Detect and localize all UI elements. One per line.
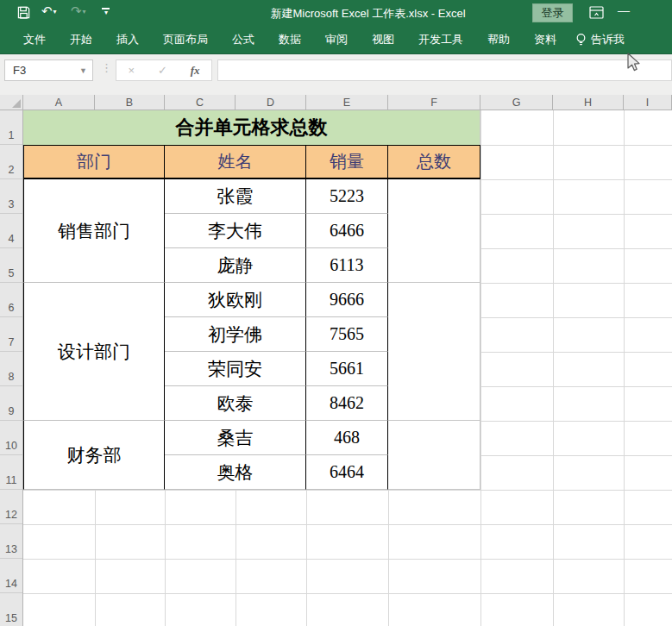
row-header-14[interactable]: 14 bbox=[0, 559, 22, 593]
cell-sales[interactable]: 9666 bbox=[306, 283, 388, 317]
save-icon[interactable] bbox=[17, 6, 30, 19]
column-header-A[interactable]: A bbox=[23, 95, 95, 110]
formula-input[interactable] bbox=[217, 59, 672, 81]
name-box-dropdown-icon[interactable]: ▼ bbox=[79, 66, 92, 75]
cell-sales[interactable]: 6113 bbox=[306, 248, 388, 283]
column-headers: ABCDEFGHI bbox=[23, 95, 672, 110]
column-header-C[interactable]: C bbox=[165, 95, 236, 110]
cell-header-sales[interactable]: 销量 bbox=[306, 145, 388, 179]
gridline bbox=[553, 110, 554, 626]
title-bar: ↶▾ ↷▾ ▾ 新建Microsoft Excel 工作表.xlsx - Exc… bbox=[0, 0, 672, 26]
name-box[interactable]: F3 ▼ bbox=[4, 59, 93, 81]
column-header-D[interactable]: D bbox=[236, 95, 306, 110]
row-header-6[interactable]: 6 bbox=[0, 283, 22, 317]
gridline bbox=[23, 524, 672, 525]
ribbon-tab-view[interactable]: 视图 bbox=[360, 26, 406, 53]
cell-total-design-dept[interactable] bbox=[388, 283, 480, 421]
formula-bar: F3 ▼ ⋮ × ✓ fx bbox=[0, 53, 672, 95]
column-header-G[interactable]: G bbox=[480, 95, 553, 110]
cell-sales[interactable]: 5223 bbox=[306, 179, 388, 214]
row-header-1[interactable]: 1 bbox=[0, 110, 22, 145]
column-header-E[interactable]: E bbox=[306, 95, 388, 110]
gridline bbox=[23, 593, 672, 594]
customize-quick-access-toolbar-button[interactable]: ▾ bbox=[102, 8, 110, 16]
ribbon-display-options-icon[interactable] bbox=[589, 6, 604, 19]
row-header-5[interactable]: 5 bbox=[0, 248, 22, 283]
ribbon-tab-page-layout[interactable]: 页面布局 bbox=[151, 26, 220, 53]
cell-header-total[interactable]: 总数 bbox=[388, 145, 480, 179]
row-header-3[interactable]: 3 bbox=[0, 179, 22, 214]
cell-department-sales-dept[interactable]: 销售部门 bbox=[23, 179, 165, 283]
row-header-2[interactable]: 2 bbox=[0, 145, 22, 179]
ribbon-tab-insert[interactable]: 插入 bbox=[104, 26, 151, 53]
cell-name[interactable]: 欧泰 bbox=[165, 386, 306, 421]
cell-header-department[interactable]: 部门 bbox=[23, 145, 165, 179]
cell-name[interactable]: 狄欧刚 bbox=[165, 283, 306, 317]
ribbon-tab-data[interactable]: 数据 bbox=[267, 26, 313, 53]
row-header-13[interactable]: 13 bbox=[0, 524, 22, 559]
column-header-F[interactable]: F bbox=[388, 95, 480, 110]
gridline bbox=[480, 110, 481, 626]
cell-name[interactable]: 庞静 bbox=[165, 248, 306, 283]
gridline bbox=[23, 559, 672, 560]
row-header-10[interactable]: 10 bbox=[0, 421, 22, 455]
row-headers: 123456789101112131415 bbox=[0, 110, 23, 626]
minimize-button[interactable]: — bbox=[614, 3, 633, 17]
cell-sales[interactable]: 468 bbox=[306, 421, 388, 455]
cell-total-sales-dept[interactable] bbox=[388, 179, 480, 283]
ribbon-tabs: 文件开始插入页面布局公式数据审阅视图开发工具帮助资料 告诉我 bbox=[0, 26, 672, 53]
cell-name[interactable]: 张霞 bbox=[165, 179, 306, 214]
cell-department-finance-dept[interactable]: 财务部 bbox=[23, 421, 165, 490]
undo-button[interactable]: ↶▾ bbox=[41, 3, 57, 19]
insert-function-icon[interactable]: fx bbox=[191, 64, 200, 78]
ribbon-tab-ziliao[interactable]: 资料 bbox=[522, 26, 568, 53]
column-header-H[interactable]: H bbox=[553, 95, 624, 110]
row-header-15[interactable]: 15 bbox=[0, 593, 22, 626]
login-button[interactable]: 登录 bbox=[532, 3, 573, 22]
cell-sales[interactable]: 8462 bbox=[306, 386, 388, 421]
ribbon-tab-help[interactable]: 帮助 bbox=[475, 26, 522, 53]
row-header-12[interactable]: 12 bbox=[0, 490, 22, 524]
redo-button[interactable]: ↷▾ bbox=[71, 3, 86, 19]
row-header-11[interactable]: 11 bbox=[0, 455, 22, 490]
mouse-cursor bbox=[626, 53, 641, 72]
cell-sales[interactable]: 7565 bbox=[306, 317, 388, 352]
ribbon-tab-home[interactable]: 开始 bbox=[58, 26, 104, 53]
row-header-7[interactable]: 7 bbox=[0, 317, 22, 352]
cancel-icon[interactable]: × bbox=[128, 64, 135, 77]
tell-me-label: 告诉我 bbox=[591, 32, 625, 47]
cell-name[interactable]: 桑吉 bbox=[165, 421, 306, 455]
column-header-I[interactable]: I bbox=[624, 95, 672, 110]
ribbon-tab-review[interactable]: 审阅 bbox=[313, 26, 360, 53]
row-header-8[interactable]: 8 bbox=[0, 352, 22, 386]
select-all-triangle-icon bbox=[12, 99, 21, 108]
cell-name[interactable]: 李大伟 bbox=[165, 214, 306, 248]
column-header-B[interactable]: B bbox=[95, 95, 165, 110]
ribbon-tab-developer[interactable]: 开发工具 bbox=[406, 26, 475, 53]
row-header-9[interactable]: 9 bbox=[0, 386, 22, 421]
formula-bar-grip[interactable]: ⋮ bbox=[101, 61, 110, 74]
excel-window: ↶▾ ↷▾ ▾ 新建Microsoft Excel 工作表.xlsx - Exc… bbox=[0, 0, 672, 626]
cell-total-finance-dept[interactable] bbox=[388, 421, 480, 490]
ribbon-tab-file[interactable]: 文件 bbox=[11, 26, 58, 53]
gridline bbox=[624, 110, 625, 626]
window-title: 新建Microsoft Excel 工作表.xlsx - Excel bbox=[270, 6, 465, 22]
formula-buttons: × ✓ fx bbox=[116, 59, 212, 81]
cell-sales[interactable]: 6464 bbox=[306, 455, 388, 490]
cell-sales[interactable]: 6466 bbox=[306, 214, 388, 248]
tell-me-tab[interactable]: 告诉我 bbox=[568, 32, 631, 47]
name-box-value: F3 bbox=[13, 64, 26, 77]
select-all-button[interactable] bbox=[0, 95, 23, 110]
cell-department-design-dept[interactable]: 设计部门 bbox=[23, 283, 165, 421]
sheet-grid[interactable]: 合并单元格求总数 部门 姓名 销量 总数 销售部门 设计部门 财务部 张霞 李大… bbox=[23, 110, 672, 626]
cell-name[interactable]: 荣同安 bbox=[165, 352, 306, 386]
row-header-4[interactable]: 4 bbox=[0, 214, 22, 248]
cell-name[interactable]: 奥格 bbox=[165, 455, 306, 490]
cell-title-merged[interactable]: 合并单元格求总数 bbox=[23, 110, 480, 145]
lightbulb-icon bbox=[575, 33, 587, 47]
cell-name[interactable]: 初学佛 bbox=[165, 317, 306, 352]
cell-header-name[interactable]: 姓名 bbox=[165, 145, 306, 179]
cell-sales[interactable]: 5661 bbox=[306, 352, 388, 386]
enter-icon[interactable]: ✓ bbox=[158, 64, 167, 77]
ribbon-tab-formulas[interactable]: 公式 bbox=[220, 26, 267, 53]
